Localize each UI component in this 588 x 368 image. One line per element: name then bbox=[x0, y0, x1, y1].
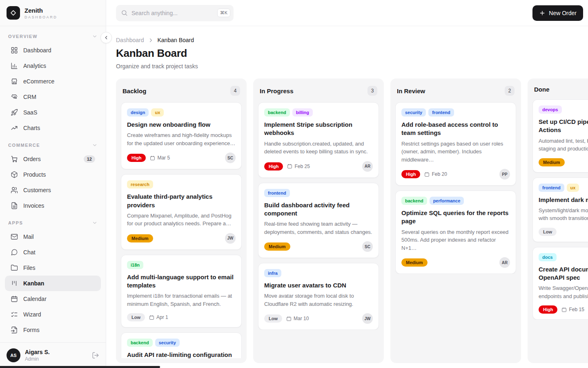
card-tags: i18n bbox=[127, 261, 236, 269]
kanban-card[interactable]: frontendux Implement dark mode toggle Sy… bbox=[532, 177, 588, 242]
card-description: Restrict settings pages based on user ro… bbox=[401, 140, 510, 164]
card-tags: research bbox=[127, 180, 236, 188]
card-title: Migrate user avatars to CDN bbox=[264, 281, 373, 289]
column-count-badge: 2 bbox=[505, 86, 514, 96]
horizontal-scrollbar-thumb[interactable] bbox=[0, 366, 160, 368]
kanban-card[interactable]: research Evaluate third-party analytics … bbox=[121, 174, 242, 250]
card-tags: docs bbox=[539, 253, 588, 261]
card-tag: security bbox=[401, 108, 426, 117]
sidebar-item-dashboard[interactable]: Dashboard bbox=[5, 43, 101, 58]
sidebar-item-analytics[interactable]: Analytics bbox=[5, 58, 101, 74]
store-icon bbox=[11, 78, 18, 85]
sidebar-item-chat[interactable]: Chat bbox=[5, 245, 101, 260]
sidebar-item-label: Mail bbox=[23, 233, 95, 240]
priority-badge: High bbox=[401, 170, 420, 178]
kanban-card[interactable]: frontend Build dashboard activity feed c… bbox=[258, 183, 379, 258]
card-tags: designux bbox=[127, 108, 236, 117]
card-footer: High Feb 15 bbox=[539, 305, 588, 314]
nav-section: OVERVIEW Dashboard Analytics eCommerce C… bbox=[5, 31, 101, 136]
card-footer: Low Mar 10 JW bbox=[264, 313, 373, 324]
avatar: AS bbox=[7, 348, 20, 362]
nav-section-label: COMMERCE bbox=[8, 143, 40, 148]
sidebar-item-label: Products bbox=[23, 171, 95, 178]
kanban-card[interactable]: backendsecurity Audit API rate-limiting … bbox=[121, 332, 242, 358]
chevron-down-icon bbox=[92, 142, 98, 148]
column-header: In Review 2 bbox=[395, 83, 516, 96]
card-tag: design bbox=[127, 108, 149, 117]
card-description: Compare Mixpanel, Amplitude, and PostHog… bbox=[127, 212, 236, 228]
sidebar-item-orders[interactable]: Orders 12 bbox=[5, 151, 101, 167]
sidebar-item-ecommerce[interactable]: eCommerce bbox=[5, 74, 101, 89]
column-title: Backlog bbox=[122, 88, 146, 94]
card-description: Implement i18n for transactional emails … bbox=[127, 292, 236, 308]
kanban-card[interactable]: securityfrontend Add role-based access c… bbox=[395, 102, 516, 186]
package-icon bbox=[11, 171, 18, 178]
card-footer: Medium JW bbox=[127, 233, 236, 244]
sidebar-collapse-button[interactable] bbox=[100, 32, 112, 43]
card-tag: devops bbox=[539, 105, 562, 114]
nav-section: APPS Mail Chat Files Kanban Calendar Wiz… bbox=[5, 218, 101, 338]
card-description: Several queries on the monthly report ex… bbox=[401, 228, 510, 252]
priority-badge: High bbox=[127, 154, 146, 162]
column-header: Done bbox=[532, 83, 588, 93]
nav-section-header[interactable]: APPS bbox=[5, 218, 101, 229]
card-tag: performance bbox=[430, 197, 464, 205]
card-tag: backend bbox=[127, 339, 153, 347]
card-tags: backendperformance bbox=[401, 197, 510, 205]
charts-icon bbox=[11, 124, 18, 132]
nav-section-header[interactable]: COMMERCE bbox=[5, 140, 101, 151]
card-due-date: Feb 20 bbox=[424, 171, 447, 177]
card-date-text: Feb 20 bbox=[432, 171, 447, 177]
sidebar-item-invoices[interactable]: Invoices bbox=[5, 198, 101, 213]
sidebar-item-files[interactable]: Files bbox=[5, 260, 101, 276]
kanban-card[interactable]: i18n Add multi-language support to email… bbox=[121, 255, 242, 328]
calendar-icon bbox=[149, 315, 154, 320]
nav-section: COMMERCE Orders 12 Products Customers In… bbox=[5, 140, 101, 213]
kanban-column-backlog: Backlog 4 designux Design new onboarding… bbox=[116, 79, 247, 363]
kanban-card[interactable]: devops Set up CI/CD pipeline with GitHub… bbox=[532, 99, 588, 173]
card-date-text: Apr 1 bbox=[156, 314, 168, 320]
assignee-avatar: AR bbox=[362, 161, 373, 172]
kanban-card[interactable]: docs Create API documentation from the O… bbox=[532, 247, 588, 320]
sidebar-item-label: Invoices bbox=[23, 202, 95, 209]
priority-badge: Low bbox=[264, 314, 282, 323]
brand-subtitle: DASHBOARD bbox=[24, 15, 57, 19]
card-title: Audit API rate-limiting configuration bbox=[127, 351, 236, 358]
sidebar-item-products[interactable]: Products bbox=[5, 167, 101, 182]
card-tag: frontend bbox=[539, 184, 564, 192]
kanban-card[interactable]: backendbilling Implement Stripe subscrip… bbox=[258, 102, 379, 178]
sidebar-item-wizard[interactable]: Wizard bbox=[5, 307, 101, 322]
kanban-card[interactable]: backendperformance Optimize SQL queries … bbox=[395, 191, 516, 274]
card-description: Move avatar storage from local disk to C… bbox=[264, 292, 373, 308]
search-input[interactable] bbox=[131, 10, 214, 16]
card-title: Implement dark mode toggle bbox=[539, 196, 588, 204]
sidebar-item-saas[interactable]: SaaS bbox=[5, 105, 101, 120]
column-title: Done bbox=[534, 86, 550, 93]
sidebar-item-customers[interactable]: Customers bbox=[5, 182, 101, 198]
breadcrumb: Dashboard Kanban Board bbox=[116, 37, 588, 43]
card-tags: backendsecurity bbox=[127, 339, 236, 347]
app-window: Zenith DASHBOARD OVERVIEW Dashboard Anal… bbox=[0, 0, 588, 368]
sidebar-item-mail[interactable]: Mail bbox=[5, 229, 101, 245]
sidebar-item-crm[interactable]: CRM bbox=[5, 89, 101, 105]
kanban-card[interactable]: designux Design new onboarding flow Crea… bbox=[121, 102, 242, 169]
new-order-label: New Order bbox=[549, 10, 577, 16]
card-tag: backend bbox=[264, 108, 290, 117]
sidebar: Zenith DASHBOARD OVERVIEW Dashboard Anal… bbox=[0, 0, 106, 368]
column-title: In Progress bbox=[260, 88, 294, 94]
breadcrumb-item-dashboard[interactable]: Dashboard bbox=[116, 37, 144, 43]
kanban-board: Backlog 4 designux Design new onboarding… bbox=[116, 79, 588, 363]
sidebar-item-forms[interactable]: Forms bbox=[5, 322, 101, 338]
search-icon bbox=[121, 9, 128, 16]
sidebar-item-charts[interactable]: Charts bbox=[5, 120, 101, 136]
sidebar-item-kanban[interactable]: Kanban bbox=[5, 276, 101, 291]
logout-button[interactable] bbox=[92, 352, 99, 359]
new-order-button[interactable]: New Order bbox=[532, 5, 583, 21]
kanban-card[interactable]: infra Migrate user avatars to CDN Move a… bbox=[258, 263, 379, 330]
card-due-date: Mar 5 bbox=[150, 155, 170, 161]
nav-section-items: Dashboard Analytics eCommerce CRM SaaS C… bbox=[5, 43, 101, 136]
nav-section-header[interactable]: OVERVIEW bbox=[5, 31, 101, 43]
card-tags: infra bbox=[264, 269, 373, 277]
sidebar-item-calendar[interactable]: Calendar bbox=[5, 291, 101, 307]
column-header: Backlog 4 bbox=[121, 83, 242, 96]
